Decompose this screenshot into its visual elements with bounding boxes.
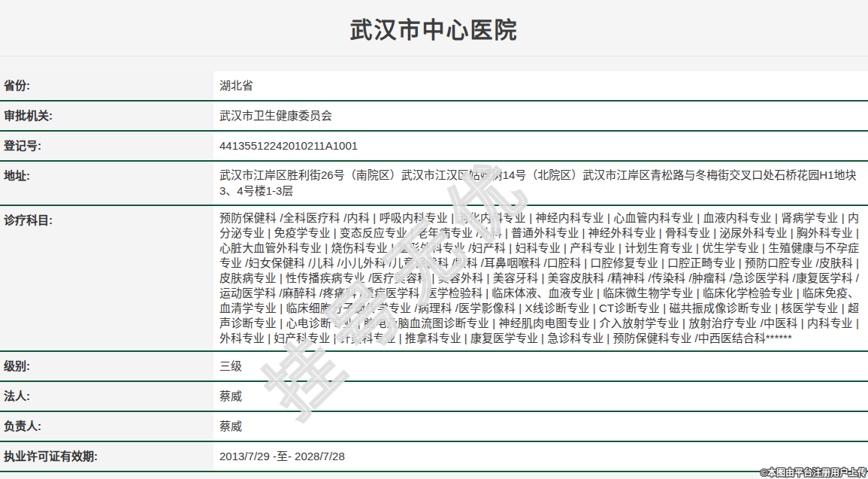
field-value: 湖北省 [213, 71, 868, 100]
table-row-registration-number: 登记号: 44135512242010211A1001 [0, 132, 868, 162]
field-value: 武汉市江岸区胜利街26号（南院区）武汉市江汉区姑嫂树14号（北院区）武汉市江岸区… [213, 162, 868, 205]
page-title: 武汉市中心医院 [350, 11, 519, 44]
field-value: 武汉市卫生健康委员会 [213, 102, 868, 130]
table-row-license-validity: 执业许可证有效期: 2013/7/29 -至- 2028/7/28 [0, 442, 868, 472]
table-row-legal-person: 法人: 蔡威 [0, 382, 868, 412]
field-value: 蔡威 [213, 412, 868, 441]
field-label: 省份: [0, 71, 213, 100]
copyright-watermark: ©本图由平台注册用户上传 [761, 465, 866, 478]
field-label: 负责人: [0, 412, 213, 441]
page-header: 武汉市中心医院 [0, 0, 868, 56]
field-label: 法人: [0, 382, 213, 411]
field-label: 诊疗科目: [0, 206, 213, 350]
table-row-address: 地址: 武汉市江岸区胜利街26号（南院区）武汉市江汉区姑嫂树14号（北院区）武汉… [0, 162, 868, 206]
table-row-approval-authority: 审批机关: 武汉市卫生健康委员会 [0, 102, 868, 132]
table-row-responsible-person: 负责人: 蔡威 [0, 412, 868, 442]
field-value: 44135512242010211A1001 [213, 132, 868, 160]
field-label: 登记号: [0, 132, 213, 160]
field-label: 审批机关: [0, 102, 213, 130]
field-value: 蔡威 [213, 382, 868, 411]
field-value: 预防保健科 /全科医疗科 /内科 | 呼吸内科专业 | 消化内科专业 | 神经内… [213, 206, 868, 350]
table-row-province: 省份: 湖北省 [0, 71, 868, 102]
field-label: 地址: [0, 162, 213, 205]
field-label: 级别: [0, 352, 213, 380]
hospital-info-table: 省份: 湖北省 审批机关: 武汉市卫生健康委员会 登记号: 4413551224… [0, 71, 868, 472]
table-row-departments: 诊疗科目: 预防保健科 /全科医疗科 /内科 | 呼吸内科专业 | 消化内科专业… [0, 206, 868, 352]
field-label: 执业许可证有效期: [0, 442, 213, 471]
table-row-level: 级别: 三级 [0, 352, 868, 382]
field-value: 三级 [213, 352, 868, 380]
